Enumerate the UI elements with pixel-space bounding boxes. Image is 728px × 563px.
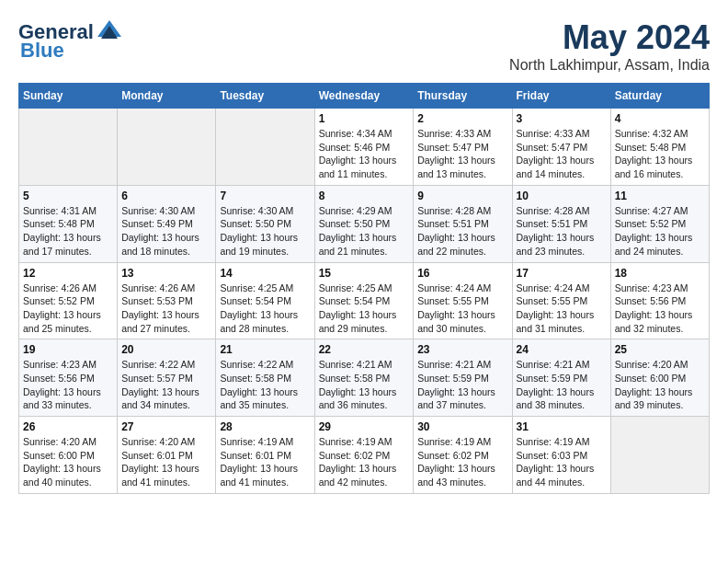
weekday-header-thursday: Thursday bbox=[414, 84, 512, 109]
calendar-cell: 29Sunrise: 4:19 AM Sunset: 6:02 PM Dayli… bbox=[314, 417, 414, 494]
calendar-cell: 21Sunrise: 4:22 AM Sunset: 5:58 PM Dayli… bbox=[216, 339, 314, 417]
calendar-cell: 31Sunrise: 4:19 AM Sunset: 6:03 PM Dayli… bbox=[512, 417, 610, 494]
day-info: Sunrise: 4:33 AM Sunset: 5:47 PM Dayligh… bbox=[417, 127, 507, 181]
day-info: Sunrise: 4:19 AM Sunset: 6:02 PM Dayligh… bbox=[319, 435, 410, 489]
calendar-cell: 4Sunrise: 4:32 AM Sunset: 5:48 PM Daylig… bbox=[610, 109, 709, 186]
calendar-cell: 3Sunrise: 4:33 AM Sunset: 5:47 PM Daylig… bbox=[512, 109, 610, 186]
calendar-cell: 26Sunrise: 4:20 AM Sunset: 6:00 PM Dayli… bbox=[19, 417, 118, 494]
day-number: 18 bbox=[615, 267, 705, 280]
calendar-week-5: 26Sunrise: 4:20 AM Sunset: 6:00 PM Dayli… bbox=[19, 417, 710, 494]
calendar-cell: 17Sunrise: 4:24 AM Sunset: 5:55 PM Dayli… bbox=[512, 262, 610, 339]
calendar-cell: 22Sunrise: 4:21 AM Sunset: 5:58 PM Dayli… bbox=[314, 339, 414, 417]
day-number: 29 bbox=[319, 420, 410, 433]
day-number: 9 bbox=[417, 190, 507, 202]
day-info: Sunrise: 4:32 AM Sunset: 5:48 PM Dayligh… bbox=[615, 127, 705, 181]
calendar-cell bbox=[19, 109, 118, 186]
day-info: Sunrise: 4:28 AM Sunset: 5:51 PM Dayligh… bbox=[417, 204, 507, 259]
day-number: 14 bbox=[220, 267, 310, 280]
day-number: 12 bbox=[23, 267, 113, 280]
day-number: 22 bbox=[319, 343, 410, 356]
calendar-week-1: 1Sunrise: 4:34 AM Sunset: 5:46 PM Daylig… bbox=[19, 109, 710, 186]
calendar-cell: 25Sunrise: 4:20 AM Sunset: 6:00 PM Dayli… bbox=[610, 339, 709, 417]
day-number: 5 bbox=[23, 190, 113, 202]
day-number: 2 bbox=[417, 112, 507, 125]
day-number: 24 bbox=[517, 343, 607, 356]
day-number: 31 bbox=[517, 420, 607, 433]
calendar-cell: 24Sunrise: 4:21 AM Sunset: 5:59 PM Dayli… bbox=[512, 339, 610, 417]
day-info: Sunrise: 4:24 AM Sunset: 5:55 PM Dayligh… bbox=[517, 282, 607, 336]
day-number: 6 bbox=[121, 190, 211, 202]
day-number: 11 bbox=[615, 190, 705, 202]
day-number: 10 bbox=[517, 190, 607, 202]
day-info: Sunrise: 4:31 AM Sunset: 5:48 PM Dayligh… bbox=[23, 204, 113, 259]
day-info: Sunrise: 4:20 AM Sunset: 6:00 PM Dayligh… bbox=[23, 435, 113, 489]
day-number: 7 bbox=[220, 190, 310, 202]
day-info: Sunrise: 4:28 AM Sunset: 5:51 PM Dayligh… bbox=[517, 204, 607, 259]
calendar-week-3: 12Sunrise: 4:26 AM Sunset: 5:52 PM Dayli… bbox=[19, 262, 710, 339]
day-info: Sunrise: 4:23 AM Sunset: 5:56 PM Dayligh… bbox=[23, 358, 113, 412]
calendar-cell: 19Sunrise: 4:23 AM Sunset: 5:56 PM Dayli… bbox=[19, 339, 118, 417]
day-number: 4 bbox=[615, 112, 705, 125]
day-info: Sunrise: 4:30 AM Sunset: 5:50 PM Dayligh… bbox=[220, 204, 310, 259]
day-info: Sunrise: 4:26 AM Sunset: 5:53 PM Dayligh… bbox=[121, 282, 211, 336]
calendar-cell: 13Sunrise: 4:26 AM Sunset: 5:53 PM Dayli… bbox=[118, 262, 216, 339]
logo: General Blue bbox=[18, 18, 123, 63]
day-number: 17 bbox=[517, 267, 607, 280]
day-info: Sunrise: 4:21 AM Sunset: 5:59 PM Dayligh… bbox=[517, 358, 607, 412]
calendar-cell: 6Sunrise: 4:30 AM Sunset: 5:49 PM Daylig… bbox=[118, 185, 216, 262]
title-block: May 2024 North Lakhimpur, Assam, India bbox=[509, 18, 710, 74]
day-info: Sunrise: 4:27 AM Sunset: 5:52 PM Dayligh… bbox=[615, 204, 705, 259]
day-number: 28 bbox=[220, 420, 310, 433]
day-info: Sunrise: 4:33 AM Sunset: 5:47 PM Dayligh… bbox=[517, 127, 607, 181]
calendar-cell: 10Sunrise: 4:28 AM Sunset: 5:51 PM Dayli… bbox=[512, 185, 610, 262]
calendar-cell: 16Sunrise: 4:24 AM Sunset: 5:55 PM Dayli… bbox=[414, 262, 512, 339]
calendar-table: SundayMondayTuesdayWednesdayThursdayFrid… bbox=[18, 83, 710, 494]
weekday-header-tuesday: Tuesday bbox=[216, 84, 314, 109]
calendar-cell: 2Sunrise: 4:33 AM Sunset: 5:47 PM Daylig… bbox=[414, 109, 512, 186]
day-number: 13 bbox=[121, 267, 211, 280]
day-info: Sunrise: 4:29 AM Sunset: 5:50 PM Dayligh… bbox=[319, 204, 410, 259]
day-number: 20 bbox=[121, 343, 211, 356]
location: North Lakhimpur, Assam, India bbox=[509, 57, 710, 74]
month-title: May 2024 bbox=[509, 18, 710, 57]
day-info: Sunrise: 4:22 AM Sunset: 5:58 PM Dayligh… bbox=[220, 358, 310, 412]
calendar-cell bbox=[118, 109, 216, 186]
day-number: 26 bbox=[23, 420, 113, 433]
page-header: General Blue May 2024 North Lakhimpur, A… bbox=[18, 18, 710, 74]
day-number: 23 bbox=[417, 343, 507, 356]
calendar-cell: 7Sunrise: 4:30 AM Sunset: 5:50 PM Daylig… bbox=[216, 185, 314, 262]
day-number: 21 bbox=[220, 343, 310, 356]
weekday-header-saturday: Saturday bbox=[610, 84, 709, 109]
day-number: 15 bbox=[319, 267, 410, 280]
day-number: 3 bbox=[517, 112, 607, 125]
weekday-header-monday: Monday bbox=[118, 84, 216, 109]
calendar-cell bbox=[216, 109, 314, 186]
day-number: 27 bbox=[121, 420, 211, 433]
day-number: 30 bbox=[417, 420, 507, 433]
logo-icon bbox=[96, 18, 123, 46]
day-info: Sunrise: 4:30 AM Sunset: 5:49 PM Dayligh… bbox=[121, 204, 211, 259]
day-info: Sunrise: 4:25 AM Sunset: 5:54 PM Dayligh… bbox=[220, 282, 310, 336]
calendar-cell: 27Sunrise: 4:20 AM Sunset: 6:01 PM Dayli… bbox=[118, 417, 216, 494]
calendar-cell: 30Sunrise: 4:19 AM Sunset: 6:02 PM Dayli… bbox=[414, 417, 512, 494]
logo-blue-text: Blue bbox=[20, 39, 64, 63]
weekday-header-sunday: Sunday bbox=[19, 84, 118, 109]
day-info: Sunrise: 4:19 AM Sunset: 6:02 PM Dayligh… bbox=[417, 435, 507, 489]
day-number: 25 bbox=[615, 343, 705, 356]
calendar-cell: 23Sunrise: 4:21 AM Sunset: 5:59 PM Dayli… bbox=[414, 339, 512, 417]
day-info: Sunrise: 4:23 AM Sunset: 5:56 PM Dayligh… bbox=[615, 282, 705, 336]
calendar-cell: 1Sunrise: 4:34 AM Sunset: 5:46 PM Daylig… bbox=[314, 109, 414, 186]
calendar-cell: 8Sunrise: 4:29 AM Sunset: 5:50 PM Daylig… bbox=[314, 185, 414, 262]
day-info: Sunrise: 4:22 AM Sunset: 5:57 PM Dayligh… bbox=[121, 358, 211, 412]
calendar-week-4: 19Sunrise: 4:23 AM Sunset: 5:56 PM Dayli… bbox=[19, 339, 710, 417]
day-info: Sunrise: 4:26 AM Sunset: 5:52 PM Dayligh… bbox=[23, 282, 113, 336]
day-number: 16 bbox=[417, 267, 507, 280]
day-info: Sunrise: 4:24 AM Sunset: 5:55 PM Dayligh… bbox=[417, 282, 507, 336]
weekday-header-row: SundayMondayTuesdayWednesdayThursdayFrid… bbox=[19, 84, 710, 109]
calendar-week-2: 5Sunrise: 4:31 AM Sunset: 5:48 PM Daylig… bbox=[19, 185, 710, 262]
calendar-cell: 28Sunrise: 4:19 AM Sunset: 6:01 PM Dayli… bbox=[216, 417, 314, 494]
calendar-cell bbox=[610, 417, 709, 494]
day-number: 1 bbox=[319, 112, 410, 125]
weekday-header-wednesday: Wednesday bbox=[314, 84, 414, 109]
day-info: Sunrise: 4:21 AM Sunset: 5:58 PM Dayligh… bbox=[319, 358, 410, 412]
